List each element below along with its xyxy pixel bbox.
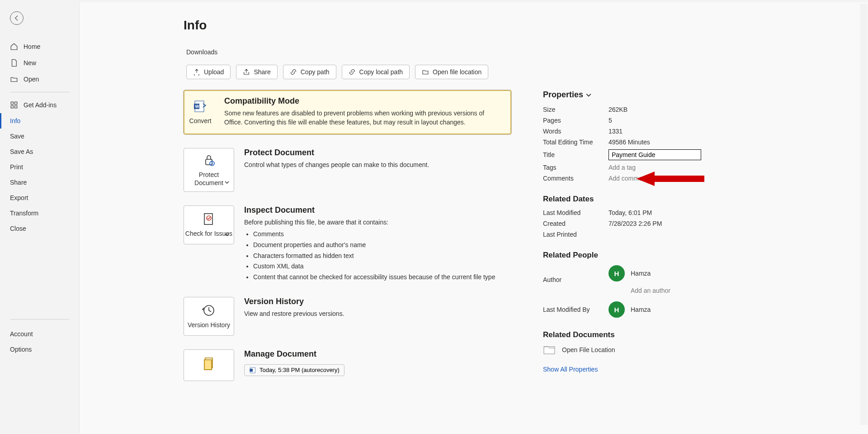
open-file-location-button[interactable]: Open file location bbox=[415, 65, 488, 79]
protect-block: Protect Document Protect Document Contro… bbox=[184, 148, 511, 192]
prop-pages-label: Pages bbox=[543, 117, 609, 124]
nav-items-top: Home New Open Get Add-ins Info Save Save… bbox=[0, 38, 79, 236]
show-all-properties-link[interactable]: Show All Properties bbox=[543, 366, 742, 373]
nav-options[interactable]: Options bbox=[0, 342, 79, 357]
nav-account-label: Account bbox=[10, 330, 33, 338]
nav-home[interactable]: Home bbox=[0, 38, 79, 55]
open-file-location-text: Open File Location bbox=[562, 346, 615, 353]
prop-tet-value: 49586 Minutes bbox=[609, 138, 742, 146]
svg-marker-16 bbox=[637, 172, 704, 186]
nav-open[interactable]: Open bbox=[0, 71, 79, 87]
compatibility-heading: Compatibility Mode bbox=[224, 96, 503, 106]
prop-words-value: 1331 bbox=[609, 128, 742, 135]
copy-path-label: Copy path bbox=[301, 68, 330, 76]
lmb-name: Hamza bbox=[631, 306, 651, 313]
prop-comments-label: Comments bbox=[543, 175, 609, 182]
nav-save-label: Save bbox=[10, 133, 24, 140]
columns: Convert Compatibility Mode Some new feat… bbox=[184, 90, 868, 381]
nav-new[interactable]: New bbox=[0, 55, 79, 71]
nav-options-label: Options bbox=[10, 346, 32, 353]
add-author-link[interactable]: Add an author bbox=[631, 287, 742, 294]
prop-title-input[interactable] bbox=[609, 149, 701, 160]
nav-save-as-label: Save As bbox=[10, 148, 33, 155]
version-history-tile[interactable]: Version History bbox=[184, 297, 234, 336]
share-label: Share bbox=[254, 68, 270, 76]
folder-icon bbox=[422, 68, 429, 76]
copy-local-path-button[interactable]: Copy local path bbox=[342, 65, 410, 79]
manage-text: Manage Document Today, 5:38 PM (autoreco… bbox=[244, 349, 344, 376]
inspect-item: Characters formatted as hidden text bbox=[253, 251, 495, 261]
svg-rect-2 bbox=[11, 106, 13, 108]
nav-share[interactable]: Share bbox=[0, 175, 79, 190]
properties-heading: Properties bbox=[543, 90, 583, 100]
chevron-down-icon bbox=[225, 179, 229, 186]
manage-document-tile[interactable] bbox=[184, 349, 234, 381]
new-icon bbox=[10, 59, 18, 67]
author-person[interactable]: H Hamza bbox=[609, 265, 742, 281]
compatibility-block: Convert Compatibility Mode Some new feat… bbox=[184, 90, 511, 134]
page-title: Info bbox=[184, 18, 868, 33]
properties-dropdown[interactable]: Properties bbox=[543, 90, 742, 100]
link-icon bbox=[290, 68, 297, 76]
author-avatar: H bbox=[609, 265, 625, 281]
related-people-heading: Related People bbox=[543, 251, 742, 260]
nav-home-label: Home bbox=[24, 43, 40, 50]
nav-export[interactable]: Export bbox=[0, 190, 79, 205]
nav-account[interactable]: Account bbox=[0, 326, 79, 342]
upload-button[interactable]: Upload bbox=[186, 65, 231, 79]
nav-get-addins[interactable]: Get Add-ins bbox=[0, 97, 79, 113]
protect-body: Control what types of changes people can… bbox=[244, 160, 429, 169]
history-text: Version History View and restore previou… bbox=[244, 297, 344, 318]
inspect-heading: Inspect Document bbox=[244, 205, 495, 215]
date-lm-label: Last Modified bbox=[543, 209, 609, 216]
nav-transform-label: Transform bbox=[10, 210, 38, 217]
chevron-down-icon bbox=[586, 92, 591, 98]
open-file-location-label: Open file location bbox=[433, 68, 481, 76]
back-arrow-icon bbox=[13, 14, 20, 22]
nav-save[interactable]: Save bbox=[0, 129, 79, 144]
svg-rect-3 bbox=[15, 106, 17, 108]
link-icon bbox=[349, 68, 356, 76]
inspect-lead: Before publishing this file, be aware th… bbox=[244, 218, 495, 227]
open-icon bbox=[10, 75, 18, 83]
scrollbar-up-button[interactable] bbox=[860, 4, 868, 11]
manage-icon bbox=[202, 356, 216, 371]
copy-path-button[interactable]: Copy path bbox=[283, 65, 336, 79]
properties-column: Properties Size 262KB Pages 5 Words 1331… bbox=[543, 90, 742, 381]
breadcrumb[interactable]: Downloads bbox=[186, 48, 868, 56]
check-for-issues-tile[interactable]: Check for Issues bbox=[184, 205, 234, 244]
prop-size-value: 262KB bbox=[609, 106, 742, 113]
share-button[interactable]: Share bbox=[236, 65, 277, 79]
word-convert-icon bbox=[193, 99, 208, 114]
history-heading: Version History bbox=[244, 297, 344, 306]
manage-document-block: Manage Document Today, 5:38 PM (autoreco… bbox=[184, 349, 511, 381]
back-button[interactable] bbox=[10, 11, 24, 25]
author-name: Hamza bbox=[631, 270, 651, 277]
svg-rect-1 bbox=[15, 102, 17, 104]
nav-info[interactable]: Info bbox=[0, 113, 79, 129]
protect-document-tile[interactable]: Protect Document bbox=[184, 148, 234, 192]
inspect-list: Comments Document properties and author'… bbox=[253, 229, 495, 282]
addins-icon bbox=[10, 101, 18, 109]
autosave-version-chip[interactable]: Today, 5:38 PM (autorecovery) bbox=[244, 364, 344, 376]
nav-divider bbox=[10, 92, 69, 92]
prop-tet-label: Total Editing Time bbox=[543, 138, 609, 146]
version-history-tile-label: Version History bbox=[188, 321, 230, 329]
nav-print[interactable]: Print bbox=[0, 159, 79, 175]
scrollbar-track[interactable] bbox=[860, 11, 868, 425]
open-file-location-link[interactable]: Open File Location bbox=[543, 345, 742, 355]
svg-rect-0 bbox=[11, 102, 13, 104]
nav-export-label: Export bbox=[10, 194, 28, 201]
date-lp-label: Last Printed bbox=[543, 231, 609, 238]
convert-tile-label: Convert bbox=[189, 117, 212, 125]
date-lm-value: Today, 6:01 PM bbox=[609, 209, 742, 216]
compatibility-text: Compatibility Mode Some new features are… bbox=[224, 93, 509, 131]
nav-close-label: Close bbox=[10, 225, 26, 232]
prop-size-label: Size bbox=[543, 106, 609, 113]
lmb-person[interactable]: H Hamza bbox=[609, 301, 742, 318]
convert-tile[interactable]: Convert bbox=[186, 93, 214, 132]
nav-close[interactable]: Close bbox=[0, 221, 79, 236]
nav-transform[interactable]: Transform bbox=[0, 205, 79, 221]
inspect-item: Comments bbox=[253, 229, 495, 239]
nav-save-as[interactable]: Save As bbox=[0, 144, 79, 159]
